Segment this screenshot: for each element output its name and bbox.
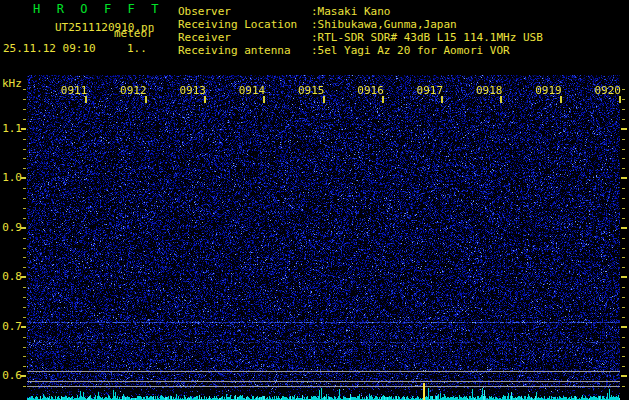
left-axis-tick <box>21 227 26 229</box>
time-axis-label: 0911 <box>57 84 87 97</box>
left-axis-tick <box>23 267 26 268</box>
left-axis-tick <box>23 99 26 100</box>
datetime-label: 25.11.12 09:10 <box>3 43 96 55</box>
right-axis-tick <box>622 238 625 239</box>
time-axis-tick <box>85 96 87 103</box>
left-axis-tick <box>21 128 26 130</box>
freq-axis-label: 0.8 <box>0 270 22 283</box>
left-axis-tick <box>23 307 26 308</box>
echo-counter: 1.. <box>127 43 147 55</box>
right-axis-tick <box>622 267 625 268</box>
time-axis-label: 0916 <box>354 84 384 97</box>
time-axis-tick <box>263 96 265 103</box>
left-axis-tick <box>23 366 26 367</box>
right-axis-tick <box>622 188 625 189</box>
right-axis-tick <box>622 158 625 159</box>
time-axis-label: 0918 <box>472 84 502 97</box>
right-axis-tick <box>622 337 625 338</box>
time-axis-tick <box>441 96 443 103</box>
right-axis-tick <box>622 347 625 348</box>
right-axis-tick <box>622 297 625 298</box>
time-axis-tick <box>145 96 147 103</box>
left-axis-tick <box>21 375 26 377</box>
left-axis-tick <box>23 257 26 258</box>
right-axis-tick <box>622 208 625 209</box>
field-value-receiver: :RTL-SDR SDR# 43dB L15 114.1MHz USB <box>311 32 543 44</box>
right-axis-tick <box>622 317 625 318</box>
left-axis-tick <box>23 248 26 249</box>
left-axis-tick <box>21 177 26 179</box>
right-axis-tick <box>622 119 625 120</box>
freq-axis-label: 0.9 <box>0 221 22 234</box>
field-label-observer: Observer <box>178 6 231 18</box>
field-value-receiving-location: :Shibukawa,Gunma,Japan <box>311 19 457 31</box>
right-axis-tick <box>622 99 625 100</box>
right-axis-tick <box>621 326 627 328</box>
time-axis-label: 0913 <box>176 84 206 97</box>
time-axis-tick <box>204 96 206 103</box>
freq-axis-label: 1.0 <box>0 171 22 184</box>
freq-axis-label: 0.6 <box>0 369 22 382</box>
field-value-observer: :Masaki Kano <box>311 6 390 18</box>
right-axis-tick <box>621 375 627 377</box>
left-axis-tick <box>23 347 26 348</box>
left-axis-tick <box>23 188 26 189</box>
field-label-receiver: Receiver <box>178 32 231 44</box>
right-axis-tick <box>621 227 627 229</box>
field-value-receiving-antenna: :5el Yagi Az 20 for Aomori VOR <box>311 45 510 57</box>
left-axis-tick <box>23 158 26 159</box>
right-axis-tick <box>622 307 625 308</box>
left-axis-tick <box>23 109 26 110</box>
right-axis-tick <box>621 276 627 278</box>
left-axis-tick <box>23 139 26 140</box>
time-axis-label: 0920 <box>591 84 621 97</box>
time-axis-label: 0914 <box>235 84 265 97</box>
right-axis-tick <box>622 356 625 357</box>
left-axis-tick <box>23 149 26 150</box>
left-axis-tick <box>23 198 26 199</box>
time-axis-tick <box>382 96 384 103</box>
freq-axis-label: 1.1 <box>0 122 22 135</box>
left-axis-tick <box>21 326 26 328</box>
time-axis-label: 0915 <box>295 84 325 97</box>
right-axis-tick <box>622 366 625 367</box>
right-axis-tick <box>622 287 625 288</box>
field-label-receiving-location: Receiving Location <box>178 19 297 31</box>
right-axis-tick <box>622 248 625 249</box>
time-axis-tick <box>619 96 621 103</box>
time-axis-tick <box>323 96 325 103</box>
time-axis-label: 0917 <box>413 84 443 97</box>
right-axis-tick <box>621 128 627 130</box>
hrofft-output-screenshot: H R O F F T UT2511120910.pn meteor 25.11… <box>0 0 629 400</box>
left-axis-tick <box>23 168 26 169</box>
left-axis-tick <box>23 208 26 209</box>
left-axis-tick <box>23 89 26 90</box>
spectrogram-canvas <box>27 75 620 400</box>
left-axis-tick <box>23 287 26 288</box>
right-axis-tick <box>621 177 627 179</box>
frequency-axis-unit: kHz <box>2 78 22 90</box>
left-axis-tick <box>23 218 26 219</box>
left-axis-tick <box>23 356 26 357</box>
right-axis-tick <box>622 168 625 169</box>
right-axis-tick <box>622 109 625 110</box>
right-axis-tick <box>622 386 625 387</box>
time-axis-tick <box>560 96 562 103</box>
app-title: H R O F F T <box>33 3 163 15</box>
mode-label: meteor <box>114 28 154 40</box>
right-axis-tick <box>622 257 625 258</box>
left-axis-tick <box>23 297 26 298</box>
right-axis-tick <box>622 89 625 90</box>
right-axis-tick <box>622 198 625 199</box>
left-axis-tick <box>23 317 26 318</box>
time-axis-label: 0912 <box>117 84 147 97</box>
time-axis-tick <box>500 96 502 103</box>
left-axis-tick <box>21 276 26 278</box>
field-label-receiving-antenna: Receiving antenna <box>178 45 291 57</box>
right-axis-tick <box>622 139 625 140</box>
time-axis-label: 0919 <box>532 84 562 97</box>
left-axis-tick <box>23 337 26 338</box>
right-axis-tick <box>622 218 625 219</box>
right-axis-tick <box>622 149 625 150</box>
left-axis-tick <box>23 386 26 387</box>
